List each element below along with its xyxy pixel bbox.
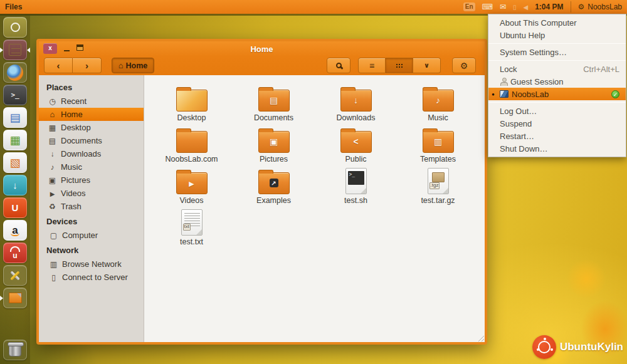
downloads-icon [48,150,57,159]
sidebar-item-connect-to-server[interactable]: Connect to Server [39,271,144,284]
sidebar-item-browse-network[interactable]: Browse Network [39,257,144,271]
firefox-globe-icon [7,65,23,81]
folder-icon [176,131,208,153]
close-button[interactable] [43,43,57,54]
resize-grip[interactable] [477,335,484,341]
sidebar-label: Connect to Server [62,273,128,282]
sidebar-label: Videos [61,189,86,198]
menu-item-about[interactable]: About This Computer [488,16,626,29]
headphones-icon [10,246,20,252]
file-item-public[interactable]: Public [315,123,397,163]
menu-item-suspend[interactable]: Suspend [488,117,626,130]
list-view-button[interactable] [358,58,386,73]
forward-button[interactable] [73,58,102,73]
clock[interactable]: 1:04 PM [535,3,563,11]
session-username: NoobsLab [587,3,622,11]
launcher-libreoffice-impress-icon[interactable]: ▧ [3,152,27,173]
session-indicator[interactable]: NoobsLab [578,0,622,14]
location-home-button[interactable]: Home [112,58,154,73]
home-icon [119,61,124,70]
launcher-running-app-icon[interactable] [3,288,27,308]
file-item-templates[interactable]: Templates [397,123,479,163]
menu-item-guest-session[interactable]: Guest Session [488,75,626,88]
file-item-documents[interactable]: Documents [233,81,315,122]
maximize-button[interactable] [76,44,83,51]
sidebar-item-computer[interactable]: Computer [39,229,144,242]
file-item-downloads[interactable]: Downloads [315,81,397,122]
sidebar-item-home[interactable]: Home [39,108,144,121]
desktop-icon [48,123,57,132]
back-button[interactable] [44,58,73,73]
file-item-pictures[interactable]: Pictures [233,123,315,163]
camera-emblem-icon [270,137,278,146]
window-title: Home [39,44,485,54]
file-label: Documents [254,114,293,122]
menu-item-system-settings[interactable]: System Settings… [488,46,626,58]
home-icon [48,110,57,119]
menu-item-restart[interactable]: Restart… [488,130,626,142]
battery-icon[interactable] [513,0,517,14]
file-item-test-tar-gz[interactable]: .tgz test.tar.gz [397,164,479,204]
file-grid: Desktop Documents Downloads Music NoobsL… [144,75,485,342]
sidebar-item-videos[interactable]: Videos [39,187,144,200]
sidebar-item-downloads[interactable]: Downloads [39,147,144,160]
sidebar-item-documents[interactable]: Documents [39,134,144,147]
folder-icon [423,90,454,112]
sidebar-label: Recent [61,96,87,106]
launcher-system-settings-icon[interactable] [3,265,27,286]
messages-icon[interactable] [500,0,506,14]
file-item-test-txt[interactable]: txt test.txt [150,205,233,246]
writer-doc-icon: ▤ [9,112,20,123]
search-button[interactable] [327,58,350,73]
menu-item-log-out[interactable]: Log Out… [488,105,626,117]
sidebar-item-music[interactable]: Music [39,160,144,174]
sidebar-item-pictures[interactable]: Pictures [39,174,144,187]
sidebar-label: Browse Network [62,259,122,269]
menu-item-ubuntu-help[interactable]: Ubuntu Help [488,29,626,41]
launcher-trash-icon[interactable] [3,340,27,360]
file-item-noobslab[interactable]: NoobsLab.com [150,123,233,163]
app-menu-files[interactable]: Files [5,3,22,11]
launcher-terminal-icon[interactable]: >_ [3,85,27,105]
calc-sheet-icon: ▦ [9,135,20,146]
launcher-libreoffice-writer-icon[interactable]: ▤ [3,107,27,128]
titlebar[interactable]: Home [39,41,485,56]
file-label: Public [345,155,366,164]
keyboard-layout-indicator[interactable]: En [463,3,475,11]
file-item-music[interactable]: Music [397,81,479,122]
link-emblem-icon [270,179,278,187]
file-item-videos[interactable]: Videos [150,164,233,204]
launcher-ubuntu-one-music-icon[interactable]: u [3,242,27,263]
menu-item-shut-down[interactable]: Shut Down… [488,142,626,155]
folder-icon [340,131,372,153]
sidebar-item-recent[interactable]: Recent [39,95,144,108]
file-item-examples[interactable]: Examples [233,164,315,204]
chevron-down-icon [424,61,429,70]
launcher-ubuntu-one-icon[interactable]: U [3,197,27,218]
menu-item-lock[interactable]: LockCtrl+Alt+L [488,63,626,75]
ubuntukylin-watermark: UbuntuKylin [532,335,623,359]
sidebar-item-desktop[interactable]: Desktop [39,121,144,134]
sound-icon[interactable] [523,0,528,14]
launcher-amazon-icon[interactable]: a [3,220,27,241]
file-label: Downloads [337,114,376,122]
file-item-test-sh[interactable]: test.sh [315,164,397,204]
launcher-libreoffice-calc-icon[interactable]: ▦ [3,130,27,150]
input-method-icon[interactable] [482,0,493,14]
top-panel: Files En 1:04 PM NoobsLab [0,0,627,14]
places-sidebar: Places Recent Home Desktop Documents Dow… [39,75,144,342]
launcher-firefox-icon[interactable] [3,62,27,83]
minimize-button[interactable] [63,43,71,54]
launcher-files-icon[interactable] [3,39,27,60]
script-file-icon [345,168,367,194]
file-item-desktop[interactable]: Desktop [150,81,233,122]
menu-separator [488,43,626,44]
grid-view-button[interactable] [386,58,413,73]
window-menu-button[interactable] [452,58,476,73]
launcher-software-center-icon[interactable]: ↓ [3,175,27,195]
sidebar-item-trash[interactable]: Trash [39,200,144,213]
toolbar: Home [39,56,485,75]
view-options-button[interactable] [413,58,441,73]
launcher-dash-icon[interactable] [3,17,27,38]
menu-item-noobslab[interactable]: ●NoobsLab [488,88,626,100]
